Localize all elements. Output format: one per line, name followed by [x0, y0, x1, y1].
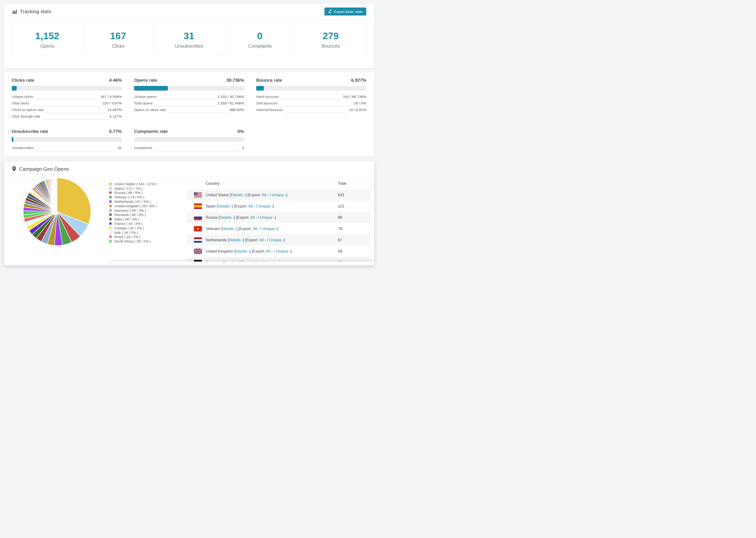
legend-label: Spain ( 121 / 7% )	[114, 187, 142, 190]
rate-detail-row: Unsubscribes31	[12, 146, 122, 152]
rate-block-complaints-rate: Complaints rate0%Complaints0	[134, 129, 244, 152]
rate-detail-value: 2,303 / 61.446%	[217, 101, 244, 105]
legend-label: United Kingdom ( 59 / 3% )	[114, 204, 157, 208]
legend-swatch	[109, 240, 112, 243]
export-all-link[interactable]: All ›	[250, 215, 257, 219]
rate-value: 6.927%	[351, 78, 366, 83]
export-unique-link[interactable]: Unique ›	[276, 249, 291, 253]
rate-detail-label: Opens to clicks rate	[134, 108, 166, 112]
rate-detail-label: Soft bounces	[256, 101, 277, 105]
table-row-vn: Vietnam [Details ›] [Export: All › / Uni…	[187, 223, 370, 234]
rate-progress-bar	[12, 86, 122, 91]
link-separator: /	[257, 215, 260, 219]
legend-label: Italy ( 36 / 2% )	[114, 231, 138, 235]
total-cell: 79	[338, 227, 370, 231]
export-all-link[interactable]: All ›	[261, 193, 268, 197]
table-header-row: Country Total	[187, 178, 370, 189]
details-link[interactable]: Details ›	[218, 204, 232, 208]
rate-detail-value: 689.82%	[230, 108, 244, 112]
stat-value: 0	[257, 31, 262, 41]
legend-label: United States ( 541 / 31% )	[114, 182, 157, 186]
rate-detail-value: 19 / 6.81%	[349, 108, 366, 112]
stat-clicks: 167Clicks	[83, 24, 154, 56]
export-all-link[interactable]: All ›	[266, 249, 273, 253]
rate-block-bounce-rate: Bounce rate6.927%Hard bounces242 / 86.73…	[256, 78, 366, 121]
stat-bounces: 279Bounces	[296, 24, 366, 56]
rate-block-unsubscribe-rate: Unsubscribe rate0.77%Unsubscribes31	[12, 129, 122, 152]
details-link[interactable]: Details ›	[222, 227, 236, 231]
geo-opens-table: Country Total United States [Details ›] …	[187, 178, 370, 265]
export-unique-link[interactable]: Unique ›	[272, 193, 286, 197]
export-unique-link[interactable]: Unique ›	[262, 227, 277, 231]
legend-label: Romania ( 49 / 3% )	[114, 213, 145, 217]
legend-swatch	[109, 191, 112, 194]
legend-label: Vietnam ( 79 / 5% )	[114, 195, 144, 199]
legend-swatch	[109, 182, 112, 186]
legend-item: India ( 46 / 3% )	[109, 217, 157, 221]
details-link[interactable]: Details ›	[236, 249, 250, 253]
rate-detail-value: 14.497%	[107, 108, 122, 112]
tracking-stats-card: Tracking stats Export basic stats 1,152O…	[4, 4, 374, 68]
rate-progress-fill	[12, 86, 17, 91]
rate-detail-value: 220 / 5.87%	[102, 101, 122, 105]
country-cell: United States [Details ›] [Export: All ›…	[206, 193, 338, 197]
rate-block-opens-rate: Opens rate30.736%Unique opens1,152 / 30.…	[134, 78, 244, 121]
legend-label: Canada ( 40 / 2% )	[114, 226, 144, 230]
export-unique-link[interactable]: Unique ›	[260, 215, 275, 219]
details-link[interactable]: Details ›	[231, 193, 245, 197]
rate-progress-bar	[134, 137, 244, 142]
dotted-leader	[281, 99, 341, 100]
dotted-leader	[31, 106, 100, 107]
rate-detail-label: Total clicks	[12, 101, 29, 105]
geo-opens-pie-chart	[22, 177, 92, 246]
country-cell: Vietnam [Details ›] [Export: All › / Uni…	[206, 227, 338, 231]
link-separator: /	[273, 249, 276, 253]
dotted-leader	[45, 113, 105, 113]
total-cell: 86	[338, 215, 370, 220]
legend-item: United Kingdom ( 59 / 3% )	[109, 204, 157, 208]
rate-value: 0%	[238, 129, 244, 134]
table-row-ru: Russia [Details ›] [Export: All › / Uniq…	[187, 212, 370, 223]
rate-detail-row: Soft bounces18 / 0%	[256, 101, 366, 108]
details-link[interactable]: Details ›	[220, 215, 234, 219]
rate-detail-label: Complaints	[134, 146, 152, 150]
rate-detail-row: Unique clicks167 / 4.456%	[12, 95, 122, 101]
link-separator: /	[268, 193, 272, 197]
export-all-link[interactable]: All ›	[248, 204, 255, 208]
country-cell: United Kingdom [Details ›] [Export: All …	[206, 249, 338, 253]
stat-unsubscribes: 31Unsubscribes	[154, 24, 225, 56]
closing-bracket: ]	[291, 249, 292, 253]
legend-item: Italy ( 36 / 2% )	[109, 230, 157, 235]
export-basic-stats-button[interactable]: Export basic stats	[324, 8, 366, 16]
legend-swatch	[109, 187, 112, 190]
closing-bracket: ]	[284, 238, 285, 242]
rate-detail-label: Total opens	[134, 101, 153, 105]
legend-item: South Africa ( 29 / 2% )	[109, 239, 157, 243]
country-cell: Spain [Details ›] [Export: All › / Uniqu…	[206, 204, 338, 208]
closing-bracket: ]	[273, 204, 274, 208]
summary-stats-row: 1,152Opens167Clicks31Unsubscribes0Compla…	[12, 24, 366, 56]
legend-item: Romania ( 49 / 3% )	[109, 213, 157, 217]
stat-label: Unsubscribes	[175, 43, 203, 49]
pie-legend: United States ( 541 / 31% )Spain ( 121 /…	[109, 182, 157, 243]
gb-flag-icon	[194, 248, 202, 254]
rate-detail-value: 1,152 / 30.736%	[217, 95, 244, 99]
legend-item: Vietnam ( 79 / 5% )	[109, 195, 157, 199]
export-unique-link[interactable]: Unique ›	[258, 204, 273, 208]
es-flag-icon	[194, 203, 202, 209]
legend-label: Brazil ( 33 / 2% )	[114, 235, 140, 239]
rate-detail-row: Clicks to opens rate14.497%	[12, 108, 122, 114]
export-all-link[interactable]: All ›	[259, 238, 266, 242]
details-link[interactable]: Details ›	[229, 238, 243, 242]
rate-title: Unsubscribe rate	[12, 129, 48, 134]
stat-value: 31	[184, 31, 194, 41]
closing-bracket: ]	[277, 227, 278, 231]
total-cell: 59	[338, 249, 370, 253]
dotted-leader	[279, 106, 352, 107]
legend-label: India ( 46 / 3% )	[114, 217, 139, 221]
export-unique-link[interactable]: Unique ›	[269, 238, 284, 242]
rate-detail-value: 167 / 4.456%	[100, 95, 122, 99]
rate-progress-fill	[12, 137, 13, 142]
export-all-link[interactable]: All ›	[253, 227, 259, 231]
dotted-leader	[36, 151, 116, 151]
